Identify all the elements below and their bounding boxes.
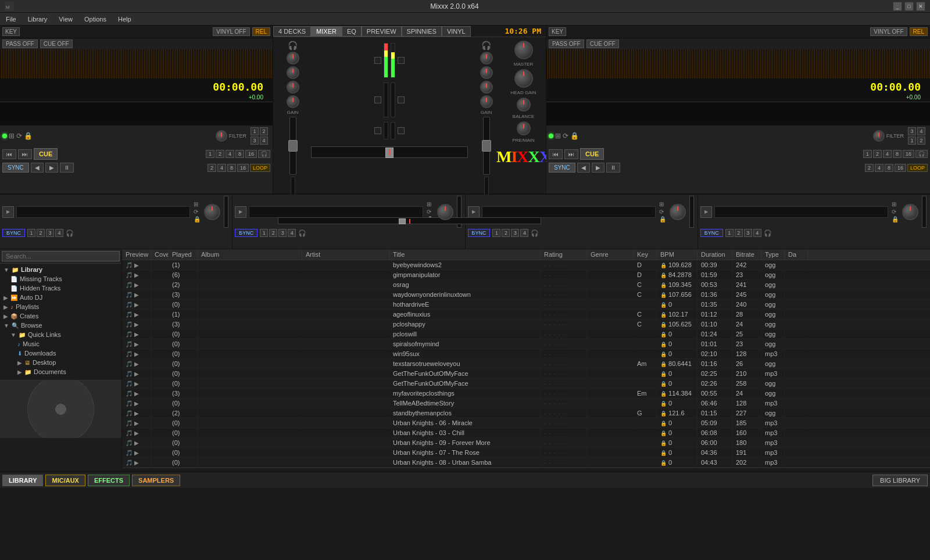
deck2-vinyl-off-btn[interactable]: VINYL OFF (870, 27, 907, 36)
table-row[interactable]: 🎵 ▶ (0) Urban Knights - 09 - Forever Mor… (122, 438, 930, 448)
master-knob[interactable] (514, 41, 533, 59)
close-button[interactable]: ✕ (916, 2, 925, 11)
deck2-cue-btn[interactable]: CUE (580, 148, 604, 160)
table-row[interactable]: 🎵 ▶ (0) Urban Knights - 06 - Miracle · ·… (122, 418, 930, 428)
tab-effects[interactable]: EFFECTS (88, 475, 130, 486)
sidebar-item-library[interactable]: ▼ 📁 Library (1, 265, 120, 274)
col-bitrate-header[interactable]: Bitrate (732, 249, 761, 260)
cell-rating-1[interactable]: · · · · · (541, 270, 587, 279)
menu-options[interactable]: Options (81, 15, 110, 24)
table-row[interactable]: 🎵 ▶ (1) ageoflinuxius · · · · · C 🔒 102.… (122, 310, 930, 320)
sidebar-item-missing-tracks[interactable]: 📄 Missing Tracks (1, 274, 120, 283)
ch2-gain-knob[interactable] (480, 95, 493, 108)
bottom-fader-handle[interactable] (399, 218, 406, 224)
mini-deck3-knob[interactable] (670, 204, 686, 220)
cell-preview-9[interactable]: 🎵 ▶ (122, 349, 151, 358)
sidebar-item-autodj[interactable]: ▶ ⏩ Auto DJ (1, 293, 120, 302)
mini-deck1-n1[interactable]: 1 (27, 229, 35, 237)
deck2-loop-2[interactable]: 2 (873, 150, 882, 158)
mini-deck2-sync[interactable]: БYNC (235, 229, 257, 237)
deck1-headphones[interactable]: 🎧 (258, 150, 270, 158)
mini-deck2-knob[interactable] (437, 204, 453, 220)
deck1-num-4[interactable]: 4 (260, 137, 268, 145)
mini-deck2-n4[interactable]: 4 (288, 229, 296, 237)
deck2-play-btn[interactable]: ▶ (592, 163, 604, 173)
cell-preview-6[interactable]: 🎵 ▶ (122, 320, 151, 329)
cell-preview-5[interactable]: 🎵 ▶ (122, 310, 151, 319)
ch1-eq-low-knob[interactable] (287, 81, 299, 94)
mini-deck3-fader[interactable] (689, 196, 694, 228)
table-row[interactable]: 🎵 ▶ (6) gimpmanipulator · · · · · D 🔒 84… (122, 270, 930, 280)
mini-deck1-knob[interactable] (204, 204, 220, 220)
tab-samplers[interactable]: SAMPLERS (132, 475, 180, 486)
eq-check6[interactable] (398, 127, 405, 134)
mini-deck2-n1[interactable]: 1 (260, 229, 268, 237)
ch1-eq-mid-knob[interactable] (287, 66, 299, 79)
deck2-sync-btn[interactable]: SYNC (549, 163, 575, 173)
mini-deck4-n1[interactable]: 1 (725, 229, 734, 237)
cell-preview-11[interactable]: 🎵 ▶ (122, 369, 151, 378)
deck1-l4[interactable]: 16 (237, 164, 249, 172)
cell-rating-7[interactable]: · · · · · (541, 329, 587, 339)
crossfader[interactable] (311, 146, 468, 158)
deck1-pass-off-btn[interactable]: PASS OFF (2, 40, 38, 48)
mini-deck3-play-btn[interactable]: ▶ (468, 206, 480, 218)
deck2-num-3[interactable]: 1 (908, 137, 916, 145)
deck1-loop-4[interactable]: 4 (226, 150, 234, 158)
deck2-loop-8[interactable]: 8 (893, 150, 902, 158)
deck1-cue-btn[interactable]: CUE (34, 148, 58, 160)
deck2-l3[interactable]: 8 (885, 164, 893, 172)
ch2-eq-high-knob[interactable] (480, 52, 493, 64)
table-row[interactable]: 🎵 ▶ (0) texstarsotrueweloveyou · · · · ·… (122, 359, 930, 369)
cell-rating-10[interactable]: · · · · · (541, 359, 587, 368)
col-played-header[interactable]: Played (169, 249, 198, 260)
table-row[interactable]: 🎵 ▶ (3) waydownyonderinlinuxtown · · · ·… (122, 290, 930, 300)
cell-preview-17[interactable]: 🎵 ▶ (122, 428, 151, 437)
deck1-play-btn[interactable]: ▶ (45, 163, 58, 173)
cell-preview-12[interactable]: 🎵 ▶ (122, 379, 151, 388)
cell-rating-4[interactable]: · · · · · (541, 300, 587, 309)
cell-rating-8[interactable]: · · · · · (541, 339, 587, 349)
table-row[interactable]: 🎵 ▶ (2) standbythemanpclos · · · · · G 🔒… (122, 408, 930, 418)
mini-deck1-n3[interactable]: 3 (46, 229, 54, 237)
mixer-eq-btn[interactable]: EQ (342, 26, 362, 37)
eq-check2[interactable] (398, 57, 405, 64)
col-title-header[interactable]: Title (389, 249, 541, 260)
deck2-loop-16[interactable]: 16 (903, 150, 914, 158)
premain-knob[interactable] (517, 121, 531, 135)
deck1-l1[interactable]: 2 (208, 164, 216, 172)
col-cover-header[interactable]: Cover Art (151, 249, 169, 260)
mini-deck4-play-btn[interactable]: ▶ (700, 206, 712, 218)
head-gain-knob[interactable] (514, 69, 533, 88)
tab-library[interactable]: LIBRARY (2, 475, 43, 486)
mini-deck4-fader[interactable] (922, 196, 927, 228)
table-row[interactable]: 🎵 ▶ (0) Urban Knights - 07 - The Rose · … (122, 448, 930, 458)
ch1-gain-knob[interactable] (287, 95, 299, 108)
mini-deck3-n2[interactable]: 2 (502, 229, 510, 237)
mini-deck2-hphone[interactable]: 🎧 (298, 229, 306, 237)
deck2-cue-off-btn[interactable]: CUE OFF (586, 40, 619, 48)
ch1-fader-handle[interactable] (288, 140, 298, 152)
mini-deck2-play-btn[interactable]: ▶ (235, 206, 246, 218)
mini-deck3-sync[interactable]: БYNC (468, 229, 491, 237)
deck2-filter-knob[interactable] (873, 130, 885, 142)
cell-preview-13[interactable]: 🎵 ▶ (122, 389, 151, 398)
deck1-num-2[interactable]: 2 (260, 127, 268, 135)
cell-rating-13[interactable]: · · · · · (541, 389, 587, 398)
deck2-l2[interactable]: 4 (875, 164, 884, 172)
table-row[interactable]: 🎵 ▶ (0) TellMeABedtimeStory · · · · · 🔒 … (122, 399, 930, 408)
menu-file[interactable]: File (2, 15, 20, 24)
cell-rating-19[interactable]: · · · · · (541, 448, 587, 457)
cell-preview-14[interactable]: 🎵 ▶ (122, 399, 151, 408)
cell-rating-15[interactable]: · · · · · (541, 408, 587, 418)
mini-deck3-n4[interactable]: 4 (520, 229, 528, 237)
ch2-eq-low-knob[interactable] (480, 81, 493, 94)
eq-check1[interactable] (374, 57, 381, 64)
deck2-next-btn[interactable]: ⏭ (564, 149, 578, 159)
cell-rating-16[interactable]: · · · · · (541, 418, 587, 428)
mini-deck4-n3[interactable]: 3 (744, 229, 752, 237)
table-row[interactable]: 🎵 ▶ (0) hothardriveE · · · · · 🔒 0 01:35… (122, 300, 930, 310)
mixer-4decks-btn[interactable]: 4 DECKS (273, 26, 311, 37)
deck1-cue-off-btn[interactable]: CUE OFF (40, 40, 73, 48)
col-type-header[interactable]: Type (761, 249, 785, 260)
